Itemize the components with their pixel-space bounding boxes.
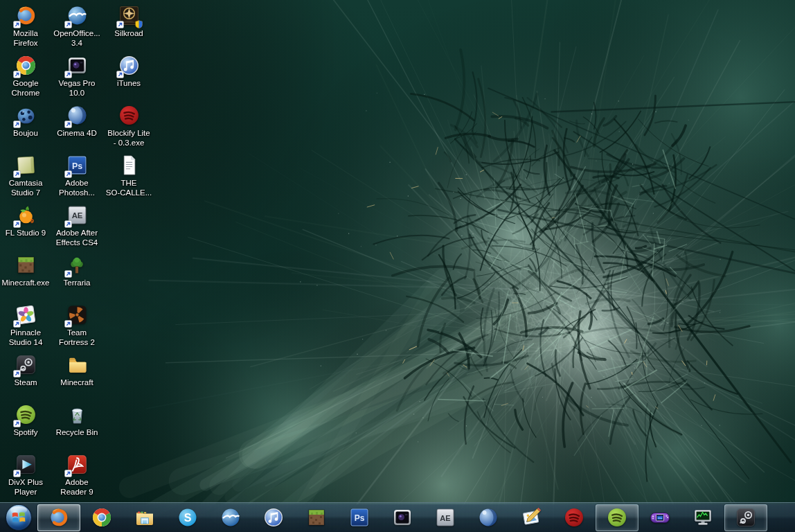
shortcut-arrow-overlay <box>13 21 21 28</box>
itunes-icon <box>262 506 285 529</box>
desktop-icon-cinema-4d[interactable]: Cinema 4D <box>51 104 102 139</box>
shortcut-arrow-overlay <box>13 370 21 378</box>
taskbar-button-vba-emulator[interactable]: GBA <box>638 504 681 532</box>
taskbar-button-firefox[interactable] <box>37 504 80 531</box>
desktop-icon-label: Terraria <box>45 278 109 288</box>
desktop-icon-steam[interactable]: Steam <box>0 353 51 388</box>
taskbar-button-chrome[interactable] <box>80 504 123 532</box>
taskbar-button-photoshop[interactable]: Ps <box>338 504 381 532</box>
shortcut-arrow-overlay <box>64 121 72 128</box>
desktop-icon-minecraft-folder[interactable]: Minecraft <box>51 353 102 388</box>
cinema4d-icon <box>66 104 89 127</box>
desktop-icon-divx-plus-player[interactable]: DivX Plus Player <box>0 453 51 497</box>
desktop-icon-minecraft-exe[interactable]: Minecraft.exe <box>0 254 51 288</box>
openoffice-icon <box>220 506 242 529</box>
desktop-icon-silkroad[interactable]: Silkroad <box>103 4 154 39</box>
taskbar-button-task-manager[interactable] <box>681 504 724 532</box>
shortcut-arrow-overlay <box>64 470 72 477</box>
taskbar-button-windows-explorer[interactable] <box>123 504 166 532</box>
firefox-icon <box>15 4 37 27</box>
svg-text:Ps: Ps <box>355 513 365 523</box>
firefox-icon <box>48 506 70 529</box>
desktop-icon-label: Team Fortress 2 <box>45 328 109 347</box>
desktop-icon-adobe-reader[interactable]: Adobe Reader 9 <box>51 453 102 497</box>
taskbar-button-steam[interactable] <box>724 504 767 531</box>
desktop-icon-adobe-photoshop[interactable]: PsAdobe Photosh... <box>51 154 102 197</box>
svg-text:AE: AE <box>440 514 450 522</box>
desktop-icon-fl-studio[interactable]: 9FL Studio 9 <box>0 204 51 238</box>
shortcut-arrow-overlay <box>64 270 72 278</box>
shortcut-arrow-overlay <box>64 170 72 178</box>
taskbar-button-paint-editor[interactable] <box>510 504 553 532</box>
shortcut-arrow-overlay <box>64 220 72 228</box>
desktop-icon-label: Adobe Reader 9 <box>45 478 109 497</box>
start-button[interactable] <box>0 503 37 532</box>
shortcut-arrow-overlay <box>13 470 21 477</box>
desktop-icon-mozilla-firefox[interactable]: Mozilla Firefox <box>0 4 51 48</box>
taskbar-button-vegas-pro[interactable] <box>381 504 424 532</box>
boujou-icon <box>15 104 37 127</box>
shortcut-arrow-overlay <box>64 71 72 78</box>
adobe-reader-icon <box>66 453 89 476</box>
vegas-icon <box>66 54 89 77</box>
tf2-icon <box>66 303 89 326</box>
desktop-icon-the-so-called-doc[interactable]: THE SO-CALLE... <box>103 154 154 197</box>
shortcut-arrow-overlay <box>13 220 21 228</box>
shortcut-arrow-overlay <box>13 420 21 427</box>
chrome-icon <box>91 506 113 529</box>
svg-text:9: 9 <box>30 218 33 224</box>
aftereffects-icon: AE <box>66 204 89 227</box>
chrome-icon <box>15 54 37 77</box>
desktop-icon-camtasia-studio[interactable]: Camtasia Studio 7 <box>0 154 51 197</box>
taskbar-button-blockify[interactable] <box>553 504 596 532</box>
desktop-icon-openoffice[interactable]: OpenOffice... 3.4 <box>51 4 102 48</box>
taskbar-button-minecraft[interactable] <box>295 504 338 532</box>
shortcut-arrow-overlay <box>13 320 21 328</box>
taskbar-button-skype[interactable]: S <box>166 504 209 532</box>
minecraft-icon <box>15 254 37 276</box>
steam-icon <box>735 506 757 529</box>
skype-icon: S <box>177 506 199 529</box>
desktop-icon-label: Minecraft <box>45 378 109 388</box>
desktop-icon-recycle-bin[interactable]: Recycle Bin <box>51 403 102 438</box>
desktop-icon-team-fortress-2[interactable]: Team Fortress 2 <box>51 303 102 347</box>
taskbar-button-openoffice[interactable] <box>209 504 252 532</box>
terraria-icon <box>66 254 89 276</box>
explorer-folder-icon <box>134 506 156 529</box>
shortcut-arrow-overlay <box>13 121 21 128</box>
silkroad-icon <box>118 4 141 27</box>
shortcut-arrow-overlay <box>13 71 21 78</box>
shortcut-arrow-overlay <box>64 21 72 28</box>
desktop-icon-label: Silkroad <box>97 29 161 39</box>
gba-emulator-icon: GBA <box>649 506 671 529</box>
spotify-red-icon <box>563 506 585 529</box>
taskbar-button-after-effects[interactable]: AE <box>424 504 467 532</box>
uac-shield-overlay <box>135 20 143 28</box>
cinema4d-icon <box>477 506 499 529</box>
desktop-icon-label: Adobe After Effects CS4 <box>45 229 109 247</box>
desktop-icon-google-chrome[interactable]: Google Chrome <box>0 54 51 98</box>
desktop-icon-spotify[interactable]: Spotify <box>0 403 51 438</box>
desktop-icon-after-effects[interactable]: AEAdobe After Effects CS4 <box>51 204 102 247</box>
desktop-icon-terraria[interactable]: Terraria <box>51 254 102 288</box>
desktop-icon-pinnacle-studio[interactable]: Pinnacle Studio 14 <box>0 303 51 347</box>
svg-text:AE: AE <box>71 211 82 220</box>
taskbar-button-spotify[interactable] <box>596 504 638 531</box>
openoffice-icon <box>66 4 89 27</box>
desktop-icon-vegas-pro[interactable]: Vegas Pro 10.0 <box>51 54 102 98</box>
desktop-icon-blockify-lite[interactable]: Blockify Lite - 0.3.exe <box>103 104 154 148</box>
pinnacle-icon <box>15 303 37 326</box>
taskbar-button-itunes[interactable] <box>252 504 295 532</box>
recycle-bin-icon <box>66 403 89 426</box>
desktop-icon-label: iTunes <box>97 79 161 89</box>
flstudio-icon: 9 <box>15 204 37 227</box>
desktop-icon-boujou[interactable]: Boujou <box>0 104 51 139</box>
svg-text:Ps: Ps <box>71 161 82 171</box>
taskbar-button-cinema-4d[interactable] <box>467 504 510 532</box>
divx-icon <box>15 453 37 476</box>
windows-orb-icon <box>6 504 32 531</box>
photoshop-icon: Ps <box>66 154 89 177</box>
desktop-icon-itunes[interactable]: iTunes <box>103 54 154 89</box>
spotify-red-icon <box>118 104 141 127</box>
shortcut-arrow-overlay <box>116 21 124 28</box>
